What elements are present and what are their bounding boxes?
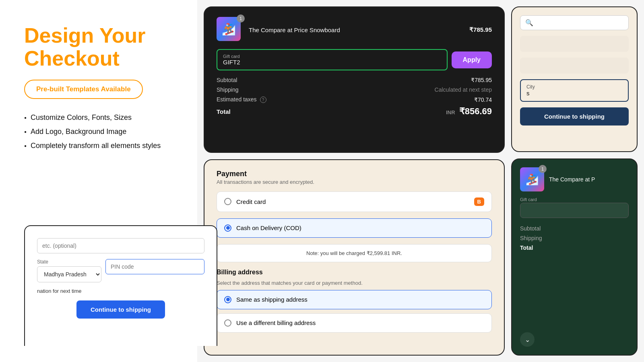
center-panel: 🏂 1 The Compare at Price Snowboard ₹785.… bbox=[197, 0, 511, 362]
total-label: Total bbox=[217, 108, 231, 115]
left-panel: Design Your Checkout Pre-built Templates… bbox=[0, 0, 197, 362]
br-product-name: The Compare at P bbox=[549, 176, 595, 183]
total-currency: INR bbox=[446, 109, 455, 115]
different-billing-label: Use a different billing address bbox=[236, 319, 484, 326]
title-line1: Design Your bbox=[24, 24, 145, 47]
product-quantity-badge: 1 bbox=[237, 14, 245, 23]
same-shipping-radio[interactable] bbox=[224, 296, 231, 303]
empty-row-2 bbox=[520, 58, 629, 74]
billing-section: Billing address Select the address that … bbox=[217, 269, 492, 333]
cod-note: Note: you will be charged ₹2,599.81 INR. bbox=[217, 244, 492, 262]
state-select[interactable]: Madhya Pradesh bbox=[37, 266, 101, 282]
shipping-row: Shipping Calculated at next step bbox=[217, 86, 492, 93]
total-amount: ₹856.69 bbox=[459, 106, 492, 116]
bank-badge: B bbox=[474, 197, 484, 206]
product-row: 🏂 1 The Compare at Price Snowboard ₹785.… bbox=[217, 17, 492, 43]
payment-title: Payment bbox=[217, 170, 492, 178]
search-row: 🔍 bbox=[520, 15, 629, 30]
template-button[interactable]: Pre-built Templates Available bbox=[24, 80, 143, 99]
same-as-shipping-option[interactable]: Same as shipping address bbox=[217, 290, 492, 309]
br-product-badge: 1 bbox=[539, 165, 547, 173]
shipping-value: Calculated at next step bbox=[435, 86, 492, 93]
total-row: Total INR ₹856.69 bbox=[217, 106, 492, 117]
payment-card: Payment All transactions are secure and … bbox=[204, 159, 505, 356]
search-input[interactable] bbox=[537, 20, 623, 26]
br-gift-card-wrap: Gift card bbox=[520, 197, 629, 218]
continue-to-shipping-btn-left[interactable]: Continue to shipping bbox=[76, 300, 165, 319]
cod-label: Cash on Delivery (COD) bbox=[236, 224, 484, 231]
chevron-down-icon[interactable]: ⌄ bbox=[520, 332, 535, 347]
feature-item-1: Customize Colors, Fonts, Sizes bbox=[24, 113, 181, 122]
br-product-row: 🏂 1 The Compare at P bbox=[520, 167, 629, 191]
state-field: State Madhya Pradesh bbox=[37, 259, 101, 282]
city-input[interactable] bbox=[526, 90, 622, 97]
feature-list: Customize Colors, Fonts, Sizes Add Logo,… bbox=[24, 113, 181, 150]
main-title: Design Your Checkout bbox=[24, 24, 181, 70]
totals-section: Subtotal ₹785.95 Shipping Calculated at … bbox=[217, 77, 492, 117]
continue-to-shipping-btn-right[interactable]: Continue to shipping bbox=[520, 107, 629, 125]
credit-card-label: Credit card bbox=[236, 198, 469, 205]
gift-card-input-wrap: Gift card bbox=[217, 49, 448, 70]
br-gift-input[interactable] bbox=[520, 203, 629, 218]
gift-card-row: Gift card Apply bbox=[217, 49, 492, 70]
search-icon: 🔍 bbox=[525, 19, 533, 27]
br-shipping-label: Shipping bbox=[520, 235, 542, 241]
save-info-text: nation for next time bbox=[37, 288, 204, 294]
city-field: City bbox=[520, 79, 629, 102]
product-image-wrap: 🏂 1 bbox=[217, 17, 242, 43]
dark-summary-card: 🏂 1 The Compare at P Gift card Subtotal … bbox=[511, 158, 638, 356]
payment-header: Payment All transactions are secure and … bbox=[217, 170, 492, 185]
order-summary-card: 🏂 1 The Compare at Price Snowboard ₹785.… bbox=[204, 6, 505, 153]
feature-item-3: Completely transform all elements styles bbox=[24, 142, 181, 150]
city-label: City bbox=[526, 84, 622, 90]
tax-row: Estimated taxes ? ₹70.74 bbox=[217, 96, 492, 103]
billing-subtitle: Select the address that matches your car… bbox=[217, 280, 492, 286]
different-billing-radio[interactable] bbox=[224, 319, 231, 327]
apply-gift-card-button[interactable]: Apply bbox=[452, 51, 492, 68]
different-billing-option[interactable]: Use a different billing address bbox=[217, 313, 492, 333]
shipping-city-card: 🔍 City Continue to shipping bbox=[511, 6, 638, 152]
payment-subtitle: All transactions are secure and encrypte… bbox=[217, 179, 492, 185]
subtotal-value: ₹785.95 bbox=[471, 77, 492, 83]
tax-info-icon[interactable]: ? bbox=[260, 97, 266, 103]
billing-title: Billing address bbox=[217, 269, 492, 276]
total-value: INR ₹856.69 bbox=[446, 106, 492, 117]
br-subtotal-row: Subtotal bbox=[520, 225, 629, 232]
empty-row-1 bbox=[520, 36, 629, 52]
feature-item-2: Add Logo, Background Image bbox=[24, 128, 181, 136]
cod-option[interactable]: Cash on Delivery (COD) bbox=[217, 218, 492, 238]
credit-card-option[interactable]: Credit card B bbox=[217, 191, 492, 212]
gift-card-label: Gift card bbox=[223, 54, 441, 59]
shipping-form-card: State Madhya Pradesh nation for next tim… bbox=[24, 225, 217, 346]
tax-label: Estimated taxes ? bbox=[217, 96, 266, 103]
gift-card-input[interactable] bbox=[223, 59, 441, 66]
right-panel: 🔍 City Continue to shipping 🏂 1 The Comp… bbox=[511, 0, 644, 362]
state-label: State bbox=[37, 259, 101, 265]
br-total-row: Total bbox=[520, 245, 629, 251]
subtotal-row: Subtotal ₹785.95 bbox=[217, 77, 492, 83]
br-product-image: 🏂 1 bbox=[520, 167, 544, 191]
shipping-label: Shipping bbox=[217, 86, 239, 93]
title-line2: Checkout bbox=[24, 47, 120, 70]
same-shipping-radio-inner bbox=[226, 298, 230, 301]
address-optional-input[interactable] bbox=[37, 238, 204, 253]
cod-radio[interactable] bbox=[224, 224, 231, 232]
br-shipping-row: Shipping bbox=[520, 235, 629, 241]
br-totals: Subtotal Shipping Total bbox=[520, 225, 629, 251]
subtotal-label: Subtotal bbox=[217, 77, 237, 83]
product-name: The Compare at Price Snowboard bbox=[249, 27, 463, 33]
br-total-label: Total bbox=[520, 245, 533, 251]
shipping-form-area: State Madhya Pradesh nation for next tim… bbox=[24, 178, 181, 346]
cod-radio-inner bbox=[226, 226, 230, 230]
same-shipping-label: Same as shipping address bbox=[236, 296, 484, 303]
pin-code-input[interactable] bbox=[105, 259, 204, 274]
credit-card-radio[interactable] bbox=[224, 198, 231, 205]
br-subtotal-label: Subtotal bbox=[520, 225, 541, 232]
product-price: ₹785.95 bbox=[469, 26, 492, 33]
br-gift-label: Gift card bbox=[520, 197, 629, 202]
tax-value: ₹70.74 bbox=[474, 97, 492, 103]
